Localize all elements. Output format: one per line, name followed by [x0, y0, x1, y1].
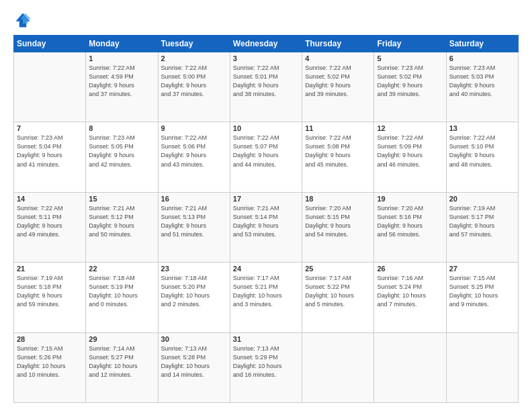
calendar-cell: 24Sunrise: 7:17 AM Sunset: 5:21 PM Dayli… — [230, 263, 302, 332]
week-row-4: 21Sunrise: 7:19 AM Sunset: 5:18 PM Dayli… — [14, 263, 519, 332]
calendar-cell: 18Sunrise: 7:20 AM Sunset: 5:15 PM Dayli… — [302, 192, 374, 262]
calendar-cell: 10Sunrise: 7:22 AM Sunset: 5:07 PM Dayli… — [230, 122, 302, 192]
day-number: 21 — [17, 265, 83, 273]
day-number: 9 — [161, 124, 227, 132]
calendar-cell: 22Sunrise: 7:18 AM Sunset: 5:19 PM Dayli… — [86, 263, 158, 332]
day-number: 30 — [161, 335, 227, 343]
day-info: Sunrise: 7:22 AM Sunset: 5:10 PM Dayligh… — [449, 134, 515, 169]
day-info: Sunrise: 7:23 AM Sunset: 5:03 PM Dayligh… — [449, 64, 515, 99]
day-number: 23 — [161, 265, 227, 273]
calendar-cell: 8Sunrise: 7:23 AM Sunset: 5:05 PM Daylig… — [86, 122, 158, 192]
calendar-cell: 5Sunrise: 7:23 AM Sunset: 5:02 PM Daylig… — [374, 52, 446, 122]
day-info: Sunrise: 7:23 AM Sunset: 5:04 PM Dayligh… — [17, 134, 83, 169]
day-number: 26 — [377, 265, 443, 273]
day-info: Sunrise: 7:13 AM Sunset: 5:28 PM Dayligh… — [161, 345, 227, 379]
day-info: Sunrise: 7:22 AM Sunset: 5:11 PM Dayligh… — [17, 204, 83, 239]
day-number: 28 — [17, 335, 83, 343]
day-info: Sunrise: 7:23 AM Sunset: 5:02 PM Dayligh… — [377, 64, 443, 99]
calendar-cell: 1Sunrise: 7:22 AM Sunset: 4:59 PM Daylig… — [86, 52, 158, 122]
calendar-cell: 7Sunrise: 7:23 AM Sunset: 5:04 PM Daylig… — [14, 122, 86, 192]
calendar-cell: 4Sunrise: 7:22 AM Sunset: 5:02 PM Daylig… — [302, 52, 374, 122]
col-header-tuesday: Tuesday — [158, 36, 230, 52]
day-info: Sunrise: 7:21 AM Sunset: 5:14 PM Dayligh… — [233, 204, 299, 239]
calendar-cell: 14Sunrise: 7:22 AM Sunset: 5:11 PM Dayli… — [14, 192, 86, 262]
day-number: 31 — [233, 335, 299, 343]
week-row-2: 7Sunrise: 7:23 AM Sunset: 5:04 PM Daylig… — [14, 122, 519, 192]
day-number: 11 — [305, 124, 371, 132]
day-info: Sunrise: 7:22 AM Sunset: 5:08 PM Dayligh… — [305, 134, 371, 169]
day-info: Sunrise: 7:16 AM Sunset: 5:24 PM Dayligh… — [377, 274, 443, 309]
day-info: Sunrise: 7:18 AM Sunset: 5:20 PM Dayligh… — [161, 274, 227, 309]
calendar-header-row: SundayMondayTuesdayWednesdayThursdayFrid… — [14, 36, 519, 52]
day-info: Sunrise: 7:13 AM Sunset: 5:29 PM Dayligh… — [233, 345, 299, 379]
day-number: 2 — [161, 54, 227, 62]
calendar-cell: 11Sunrise: 7:22 AM Sunset: 5:08 PM Dayli… — [302, 122, 374, 192]
day-number: 6 — [449, 54, 515, 62]
day-number: 1 — [89, 54, 154, 62]
day-info: Sunrise: 7:21 AM Sunset: 5:12 PM Dayligh… — [89, 204, 154, 239]
day-number: 29 — [89, 335, 154, 343]
day-number: 7 — [17, 124, 83, 132]
calendar-cell: 31Sunrise: 7:13 AM Sunset: 5:29 PM Dayli… — [230, 332, 302, 402]
day-info: Sunrise: 7:19 AM Sunset: 5:17 PM Dayligh… — [449, 204, 515, 239]
calendar-cell: 12Sunrise: 7:22 AM Sunset: 5:09 PM Dayli… — [374, 122, 446, 192]
day-number: 17 — [233, 195, 299, 203]
calendar-table: SundayMondayTuesdayWednesdayThursdayFrid… — [13, 35, 519, 403]
col-header-saturday: Saturday — [446, 36, 518, 52]
day-number: 22 — [89, 265, 154, 273]
day-info: Sunrise: 7:17 AM Sunset: 5:21 PM Dayligh… — [233, 274, 299, 309]
day-info: Sunrise: 7:14 AM Sunset: 5:27 PM Dayligh… — [89, 345, 154, 379]
week-row-1: 1Sunrise: 7:22 AM Sunset: 4:59 PM Daylig… — [14, 52, 519, 122]
day-number: 3 — [233, 54, 299, 62]
day-number: 8 — [89, 124, 154, 132]
logo — [13, 11, 34, 30]
col-header-wednesday: Wednesday — [230, 36, 302, 52]
calendar-cell: 19Sunrise: 7:20 AM Sunset: 5:16 PM Dayli… — [374, 192, 446, 262]
day-info: Sunrise: 7:15 AM Sunset: 5:26 PM Dayligh… — [17, 345, 83, 379]
day-info: Sunrise: 7:20 AM Sunset: 5:15 PM Dayligh… — [305, 204, 371, 239]
day-number: 24 — [233, 265, 299, 273]
logo-icon — [13, 11, 32, 30]
calendar-cell — [302, 332, 374, 402]
day-number: 19 — [377, 195, 443, 203]
day-info: Sunrise: 7:22 AM Sunset: 5:09 PM Dayligh… — [377, 134, 443, 169]
day-info: Sunrise: 7:22 AM Sunset: 5:07 PM Dayligh… — [233, 134, 299, 169]
day-info: Sunrise: 7:22 AM Sunset: 5:00 PM Dayligh… — [161, 64, 227, 99]
day-info: Sunrise: 7:17 AM Sunset: 5:22 PM Dayligh… — [305, 274, 371, 309]
day-number: 18 — [305, 195, 371, 203]
page: SundayMondayTuesdayWednesdayThursdayFrid… — [0, 0, 532, 411]
calendar-cell: 6Sunrise: 7:23 AM Sunset: 5:03 PM Daylig… — [446, 52, 518, 122]
col-header-sunday: Sunday — [14, 36, 86, 52]
col-header-monday: Monday — [86, 36, 158, 52]
calendar-cell — [374, 332, 446, 402]
calendar-cell: 20Sunrise: 7:19 AM Sunset: 5:17 PM Dayli… — [446, 192, 518, 262]
calendar-cell: 2Sunrise: 7:22 AM Sunset: 5:00 PM Daylig… — [158, 52, 230, 122]
day-info: Sunrise: 7:22 AM Sunset: 4:59 PM Dayligh… — [89, 64, 154, 99]
day-number: 13 — [449, 124, 515, 132]
calendar-cell: 25Sunrise: 7:17 AM Sunset: 5:22 PM Dayli… — [302, 263, 374, 332]
calendar-cell: 30Sunrise: 7:13 AM Sunset: 5:28 PM Dayli… — [158, 332, 230, 402]
day-info: Sunrise: 7:15 AM Sunset: 5:25 PM Dayligh… — [449, 274, 515, 309]
day-number: 10 — [233, 124, 299, 132]
calendar-cell — [446, 332, 518, 402]
calendar-cell: 15Sunrise: 7:21 AM Sunset: 5:12 PM Dayli… — [86, 192, 158, 262]
calendar-cell: 16Sunrise: 7:21 AM Sunset: 5:13 PM Dayli… — [158, 192, 230, 262]
week-row-5: 28Sunrise: 7:15 AM Sunset: 5:26 PM Dayli… — [14, 332, 519, 402]
calendar-cell: 29Sunrise: 7:14 AM Sunset: 5:27 PM Dayli… — [86, 332, 158, 402]
day-info: Sunrise: 7:20 AM Sunset: 5:16 PM Dayligh… — [377, 204, 443, 239]
day-number: 27 — [449, 265, 515, 273]
day-number: 4 — [305, 54, 371, 62]
calendar-cell: 13Sunrise: 7:22 AM Sunset: 5:10 PM Dayli… — [446, 122, 518, 192]
day-info: Sunrise: 7:22 AM Sunset: 5:06 PM Dayligh… — [161, 134, 227, 169]
calendar-cell: 23Sunrise: 7:18 AM Sunset: 5:20 PM Dayli… — [158, 263, 230, 332]
week-row-3: 14Sunrise: 7:22 AM Sunset: 5:11 PM Dayli… — [14, 192, 519, 262]
day-number: 14 — [17, 195, 83, 203]
day-number: 25 — [305, 265, 371, 273]
day-number: 16 — [161, 195, 227, 203]
day-info: Sunrise: 7:21 AM Sunset: 5:13 PM Dayligh… — [161, 204, 227, 239]
calendar-cell: 26Sunrise: 7:16 AM Sunset: 5:24 PM Dayli… — [374, 263, 446, 332]
day-info: Sunrise: 7:22 AM Sunset: 5:02 PM Dayligh… — [305, 64, 371, 99]
day-number: 5 — [377, 54, 443, 62]
day-number: 15 — [89, 195, 154, 203]
col-header-friday: Friday — [374, 36, 446, 52]
